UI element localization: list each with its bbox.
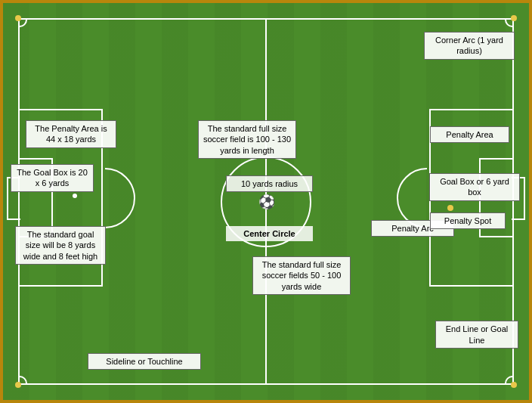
right-penalty-top — [431, 109, 514, 110]
soccer-ball: ⚽ — [258, 194, 274, 209]
flag-tl — [15, 15, 21, 21]
outer-left-line — [18, 18, 20, 385]
label-center-circle-radius: 10 yards radius — [226, 175, 313, 192]
right-goal-back — [524, 177, 525, 220]
label-goal-size-left: The standard goal size will be 8 yards w… — [15, 226, 106, 265]
label-penalty-spot-right: Penalty Spot — [430, 212, 506, 229]
flag-br — [511, 382, 517, 388]
label-center-circle: Center Circle — [226, 226, 313, 241]
label-goal-box-left: The Goal Box is 20 x 6 yards — [11, 164, 94, 192]
label-field-width: The standard full size soccer fields 50 … — [252, 256, 351, 295]
label-penalty-area-left: The Penalty Area is 44 x 18 yards — [26, 120, 116, 148]
label-field-length: The standard full size soccer field is 1… — [198, 120, 296, 159]
label-goal-box-right: Goal Box or 6 yard box — [429, 173, 520, 201]
right-goalbox-top — [480, 158, 514, 160]
right-penalty-bottom — [431, 285, 514, 287]
left-goalbox-top — [18, 158, 52, 160]
label-end-line: End Line or Goal Line — [435, 321, 518, 349]
left-penalty-spot — [73, 194, 77, 198]
right-goalbox-bottom — [480, 236, 514, 237]
label-corner-arc-right: Corner Arc (1 yard radius) — [424, 32, 515, 60]
left-penalty-top — [18, 109, 101, 110]
label-sideline: Sideline or Touchline — [88, 353, 201, 370]
flag-tr — [511, 15, 517, 21]
flag-bl — [15, 382, 21, 388]
soccer-field: ⚽ The Penalty Area is 44 x 18 yards The … — [0, 0, 532, 403]
left-penalty-bottom — [18, 285, 101, 287]
label-penalty-area-right: Penalty Area — [430, 126, 509, 143]
right-penalty-spot — [447, 205, 453, 211]
left-goal-bottom — [7, 219, 20, 220]
left-goal-back — [7, 177, 8, 220]
